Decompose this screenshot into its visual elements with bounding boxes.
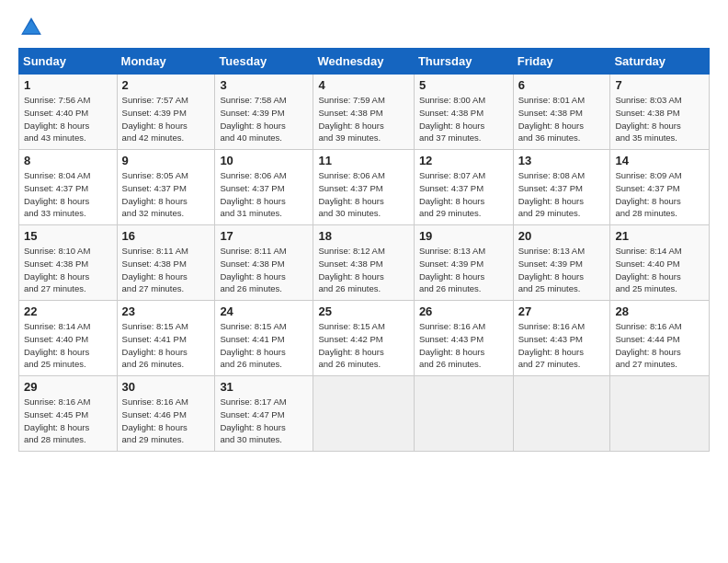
day-info: Sunrise: 8:05 AMSunset: 4:37 PMDaylight:… — [122, 169, 210, 220]
day-cell: 22Sunrise: 8:14 AMSunset: 4:40 PMDayligh… — [19, 301, 118, 376]
col-header-thursday: Thursday — [414, 49, 513, 75]
day-info: Sunrise: 8:14 AMSunset: 4:40 PMDaylight:… — [615, 245, 704, 295]
day-info: Sunrise: 7:58 AMSunset: 4:39 PMDaylight:… — [220, 94, 308, 144]
week-row-2: 8Sunrise: 8:04 AMSunset: 4:37 PMDaylight… — [19, 150, 710, 225]
day-info: Sunrise: 7:56 AMSunset: 4:40 PMDaylight:… — [24, 94, 112, 144]
day-cell: 30Sunrise: 8:16 AMSunset: 4:46 PMDayligh… — [117, 376, 215, 452]
day-number: 29 — [24, 380, 112, 394]
day-number: 1 — [24, 78, 112, 92]
day-info: Sunrise: 8:17 AMSunset: 4:47 PMDaylight:… — [220, 396, 308, 446]
day-info: Sunrise: 8:15 AMSunset: 4:41 PMDaylight:… — [122, 320, 210, 371]
day-cell: 23Sunrise: 8:15 AMSunset: 4:41 PMDayligh… — [117, 301, 215, 376]
day-number: 3 — [220, 78, 308, 92]
day-info: Sunrise: 8:16 AMSunset: 4:43 PMDaylight:… — [518, 320, 606, 371]
day-info: Sunrise: 8:06 AMSunset: 4:37 PMDaylight:… — [220, 169, 308, 220]
day-cell: 12Sunrise: 8:07 AMSunset: 4:37 PMDayligh… — [414, 150, 513, 225]
day-cell: 16Sunrise: 8:11 AMSunset: 4:38 PMDayligh… — [117, 225, 215, 301]
day-number: 28 — [615, 304, 704, 318]
day-cell: 11Sunrise: 8:06 AMSunset: 4:37 PMDayligh… — [313, 150, 414, 225]
day-cell: 2Sunrise: 7:57 AMSunset: 4:39 PMDaylight… — [117, 75, 215, 150]
day-number: 15 — [24, 229, 112, 243]
day-cell: 18Sunrise: 8:12 AMSunset: 4:38 PMDayligh… — [313, 225, 414, 301]
day-cell: 7Sunrise: 8:03 AMSunset: 4:38 PMDaylight… — [610, 75, 710, 150]
day-cell: 26Sunrise: 8:16 AMSunset: 4:43 PMDayligh… — [414, 301, 513, 376]
col-header-saturday: Saturday — [610, 49, 710, 75]
day-number: 2 — [122, 78, 210, 92]
day-number: 14 — [615, 154, 704, 167]
day-number: 6 — [518, 78, 606, 92]
day-number: 4 — [318, 78, 408, 92]
day-number: 16 — [122, 229, 210, 243]
day-info: Sunrise: 8:04 AMSunset: 4:37 PMDaylight:… — [24, 169, 112, 220]
day-info: Sunrise: 8:06 AMSunset: 4:37 PMDaylight:… — [318, 169, 408, 220]
col-header-sunday: Sunday — [19, 49, 118, 75]
day-cell: 25Sunrise: 8:15 AMSunset: 4:42 PMDayligh… — [313, 301, 414, 376]
day-number: 21 — [615, 229, 704, 243]
day-number: 23 — [122, 304, 210, 318]
day-info: Sunrise: 8:03 AMSunset: 4:38 PMDaylight:… — [615, 94, 704, 144]
day-cell: 15Sunrise: 8:10 AMSunset: 4:38 PMDayligh… — [19, 225, 118, 301]
week-row-4: 22Sunrise: 8:14 AMSunset: 4:40 PMDayligh… — [19, 301, 710, 376]
day-info: Sunrise: 8:11 AMSunset: 4:38 PMDaylight:… — [122, 245, 210, 295]
day-info: Sunrise: 8:08 AMSunset: 4:37 PMDaylight:… — [518, 169, 606, 220]
day-cell — [513, 376, 610, 452]
day-info: Sunrise: 8:13 AMSunset: 4:39 PMDaylight:… — [518, 245, 606, 295]
col-header-friday: Friday — [513, 49, 610, 75]
week-row-3: 15Sunrise: 8:10 AMSunset: 4:38 PMDayligh… — [19, 225, 710, 301]
day-info: Sunrise: 8:00 AMSunset: 4:38 PMDaylight:… — [419, 94, 508, 144]
calendar-page: SundayMondayTuesdayWednesdayThursdayFrid… — [0, 0, 728, 563]
day-cell: 28Sunrise: 8:16 AMSunset: 4:44 PMDayligh… — [610, 301, 710, 376]
day-cell: 1Sunrise: 7:56 AMSunset: 4:40 PMDaylight… — [19, 75, 118, 150]
day-info: Sunrise: 8:10 AMSunset: 4:38 PMDaylight:… — [24, 245, 112, 295]
header — [18, 15, 710, 40]
day-info: Sunrise: 8:13 AMSunset: 4:39 PMDaylight:… — [419, 245, 508, 295]
day-info: Sunrise: 8:15 AMSunset: 4:41 PMDaylight:… — [220, 320, 308, 371]
day-info: Sunrise: 7:59 AMSunset: 4:38 PMDaylight:… — [318, 94, 408, 144]
day-number: 7 — [615, 78, 704, 92]
day-info: Sunrise: 8:14 AMSunset: 4:40 PMDaylight:… — [24, 320, 112, 371]
day-info: Sunrise: 8:12 AMSunset: 4:38 PMDaylight:… — [318, 245, 408, 295]
day-number: 9 — [122, 154, 210, 167]
day-cell: 5Sunrise: 8:00 AMSunset: 4:38 PMDaylight… — [414, 75, 513, 150]
day-cell: 8Sunrise: 8:04 AMSunset: 4:37 PMDaylight… — [19, 150, 118, 225]
week-row-5: 29Sunrise: 8:16 AMSunset: 4:45 PMDayligh… — [19, 376, 710, 452]
day-cell — [414, 376, 513, 452]
day-info: Sunrise: 8:11 AMSunset: 4:38 PMDaylight:… — [220, 245, 308, 295]
day-cell: 10Sunrise: 8:06 AMSunset: 4:37 PMDayligh… — [215, 150, 313, 225]
day-info: Sunrise: 8:16 AMSunset: 4:44 PMDaylight:… — [615, 320, 704, 371]
week-row-1: 1Sunrise: 7:56 AMSunset: 4:40 PMDaylight… — [19, 75, 710, 150]
day-cell: 21Sunrise: 8:14 AMSunset: 4:40 PMDayligh… — [610, 225, 710, 301]
day-number: 12 — [419, 154, 508, 167]
day-info: Sunrise: 8:09 AMSunset: 4:37 PMDaylight:… — [615, 169, 704, 220]
day-number: 8 — [24, 154, 112, 167]
day-cell: 6Sunrise: 8:01 AMSunset: 4:38 PMDaylight… — [513, 75, 610, 150]
day-number: 19 — [419, 229, 508, 243]
day-cell: 14Sunrise: 8:09 AMSunset: 4:37 PMDayligh… — [610, 150, 710, 225]
day-cell: 4Sunrise: 7:59 AMSunset: 4:38 PMDaylight… — [313, 75, 414, 150]
day-info: Sunrise: 8:15 AMSunset: 4:42 PMDaylight:… — [318, 320, 408, 371]
col-header-tuesday: Tuesday — [215, 49, 313, 75]
day-info: Sunrise: 8:01 AMSunset: 4:38 PMDaylight:… — [518, 94, 606, 144]
day-cell — [610, 376, 710, 452]
day-cell: 20Sunrise: 8:13 AMSunset: 4:39 PMDayligh… — [513, 225, 610, 301]
svg-marker-1 — [23, 20, 40, 33]
day-number: 10 — [220, 154, 308, 167]
col-header-wednesday: Wednesday — [313, 49, 414, 75]
day-cell: 27Sunrise: 8:16 AMSunset: 4:43 PMDayligh… — [513, 301, 610, 376]
day-cell: 29Sunrise: 8:16 AMSunset: 4:45 PMDayligh… — [19, 376, 118, 452]
day-info: Sunrise: 8:16 AMSunset: 4:46 PMDaylight:… — [122, 396, 210, 446]
day-cell: 31Sunrise: 8:17 AMSunset: 4:47 PMDayligh… — [215, 376, 313, 452]
day-info: Sunrise: 8:16 AMSunset: 4:45 PMDaylight:… — [24, 396, 112, 446]
header-row: SundayMondayTuesdayWednesdayThursdayFrid… — [19, 49, 710, 75]
day-cell: 9Sunrise: 8:05 AMSunset: 4:37 PMDaylight… — [117, 150, 215, 225]
day-number: 13 — [518, 154, 606, 167]
day-cell: 19Sunrise: 8:13 AMSunset: 4:39 PMDayligh… — [414, 225, 513, 301]
day-number: 5 — [419, 78, 508, 92]
day-number: 30 — [122, 380, 210, 394]
day-number: 27 — [518, 304, 606, 318]
day-number: 22 — [24, 304, 112, 318]
logo — [18, 15, 48, 40]
calendar-table: SundayMondayTuesdayWednesdayThursdayFrid… — [18, 48, 710, 452]
day-number: 17 — [220, 229, 308, 243]
day-cell: 3Sunrise: 7:58 AMSunset: 4:39 PMDaylight… — [215, 75, 313, 150]
